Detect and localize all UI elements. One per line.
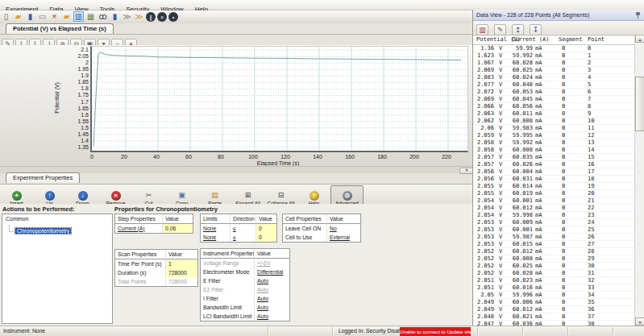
chart-plot-area[interactable] [90,46,468,152]
cell-properties-cell[interactable]: No [326,224,360,233]
tree-item-chronopotentiometry[interactable]: Chronopotentiometry [15,228,71,234]
table-row[interactable]: 2.053V60.001mA025 [473,226,635,234]
limits-cell[interactable]: None [201,224,230,233]
table-row[interactable]: 2.05V59.996mA034 [473,292,635,299]
instrument-properties-cell[interactable]: Auto [254,312,289,321]
table-row[interactable]: 2.052V60.008mA029 [473,255,635,263]
cell: mA [535,89,542,95]
save-icon[interactable]: ▮ [25,11,35,22]
limits-cell[interactable]: 0 [256,224,276,233]
limits-cell[interactable]: ≤ [230,224,256,233]
actions-tree[interactable]: Common Chronopotentiometry [2,214,113,324]
table-row[interactable]: 2.053V59.987mA026 [473,234,635,241]
print-icon[interactable]: ▭ [37,11,48,22]
step-properties-cell[interactable]: Current (A) [115,224,162,233]
table-row[interactable]: 2.072V60.053mA06 [473,89,635,96]
cell: 0 [562,67,565,73]
tab-experiment-properties[interactable]: Experiment Properties [6,172,80,183]
table-row[interactable]: 1.623V59.992mA01 [473,52,635,60]
table-row[interactable]: 2.054V60.001mA021 [473,197,635,205]
table-row[interactable]: 2.083V60.024mA04 [473,74,635,81]
scan-properties-cell[interactable]: 1 [165,259,197,268]
open-folder-icon[interactable]: ▰ [13,11,23,22]
scrollbar-up-arrow[interactable]: ▲ [635,35,644,43]
table-row[interactable]: 2.049V60.006mA035 [473,299,635,306]
status-update-error[interactable]: Unable to connect to Update site [400,327,471,336]
cell: mA [535,161,542,168]
graph-view-icon[interactable]: ▥ [73,11,84,22]
limits-column-header: Direction [230,214,256,224]
table-row[interactable]: 2.059V59.995mA012 [473,132,635,139]
table-row[interactable]: 2.056V60.031mA018 [473,176,635,183]
step-properties-cell[interactable]: 0.06 [162,224,193,233]
table-row[interactable]: 1.36V59.99mA00 [473,45,635,52]
tab-potential-vs-time[interactable]: Potential (V) vs Elapsed Time (s) [6,23,114,34]
table-row[interactable]: 2.056V60.004mA017 [473,168,635,176]
table-row[interactable]: 2.066V60.056mA08 [473,103,635,110]
column-header-4[interactable]: Point [588,35,605,44]
scroll-top-icon[interactable]: ↥ [512,24,524,35]
table-row[interactable]: 1.867V60.028mA02 [473,60,635,67]
scan-properties-cell[interactable]: 728000 [165,268,197,277]
tree-item-common[interactable]: Common [2,214,112,222]
table-row[interactable]: 2.069V60.025mA03 [473,67,635,74]
folder-icon[interactable]: ▰ [61,11,72,22]
table-row[interactable]: 2.057V60.035mA015 [473,154,635,161]
resume-icon[interactable]: • [168,12,178,22]
instrument-properties-cell[interactable]: Auto [254,303,289,312]
table-row[interactable]: 2.054V59.998mA023 [473,212,635,219]
table-row[interactable]: 2.048V60.021mA037 [473,313,635,321]
table-row[interactable]: 2.058V60.008mA014 [473,147,635,154]
instrument-properties-cell[interactable]: Auto [254,276,289,285]
limits-cell[interactable]: ≤ [230,233,256,242]
table-row[interactable]: 2.058V59.992mA013 [473,139,635,147]
table-row[interactable]: 2.053V60.009mA024 [473,219,635,226]
cell: 60.021 [505,313,533,320]
table-row[interactable]: 2.077V60.048mA05 [473,81,635,89]
table-row[interactable]: 2.055V60.019mA020 [473,190,635,197]
scrollbar-down-arrow[interactable]: ▼ [635,317,644,326]
pause-icon[interactable]: ∥ [146,12,156,22]
scan-properties-row: Time Per Point (s)1 [115,259,197,268]
scroll-bottom-icon[interactable]: ↧ [530,24,542,35]
table-row[interactable]: 2.069V60.045mA07 [473,96,635,103]
table-row[interactable]: 2.051V60.016mA033 [473,284,635,292]
tree-item-label: Chronopotentiometry [15,228,71,234]
table-row[interactable]: 2.053V60.015mA027 [473,241,635,248]
data-table-scrollbar[interactable]: ▲ ▼ [634,35,644,326]
experiment-properties-tab-row: Experiment Properties [0,172,477,185]
column-select-icon[interactable]: ▮ [110,11,120,22]
instrument-properties-cell[interactable]: Differential [254,268,289,276]
table-row[interactable]: 2.049V60.012mA036 [473,306,635,313]
table-row[interactable]: 2.052V60.025mA030 [473,263,635,270]
new-file-icon[interactable]: ▯ [1,11,11,22]
table-row[interactable]: 2.057V60.026mA016 [473,161,635,168]
table-row[interactable]: 2.06V59.983mA011 [473,125,635,132]
table-row[interactable]: 2.052V60.028mA031 [473,270,635,277]
table-row[interactable]: 2.051V60.023mA032 [473,277,635,284]
table-row[interactable]: 2.062V60.008mA010 [473,118,635,125]
cell: V [499,118,502,124]
table-row[interactable]: 2.054V60.012mA022 [473,205,635,212]
run-selected-icon[interactable]: ≫ [134,11,144,22]
report-view-icon[interactable]: ▦ [85,11,96,22]
run-icon[interactable]: ≫ [122,11,132,22]
limits-cell[interactable]: None [201,233,230,242]
cell: 60.015 [505,241,533,247]
edit-data-icon[interactable]: ✎ [494,24,506,35]
table-row[interactable]: 2.055V60.014mA019 [473,183,635,190]
find-icon[interactable]: ꝏ [98,11,108,22]
column-header-3[interactable]: Segment [559,35,583,44]
plot-columns-icon[interactable]: ▥ [476,24,488,35]
limits-cell[interactable]: 0 [256,233,276,242]
delete-icon[interactable]: × [49,11,60,22]
stop-icon[interactable]: × [157,12,167,22]
table-row[interactable]: 2.063V60.011mA09 [473,110,635,118]
scrollbar-thumb[interactable] [635,77,644,131]
cell-properties-cell[interactable]: External [326,233,360,242]
column-header-2[interactable]: Current (A) [512,35,549,44]
cell: V [499,313,502,320]
pin-icon[interactable] [635,12,641,19]
instrument-properties-cell[interactable]: Auto [254,294,289,303]
table-row[interactable]: 2.052V60.012mA028 [473,248,635,255]
